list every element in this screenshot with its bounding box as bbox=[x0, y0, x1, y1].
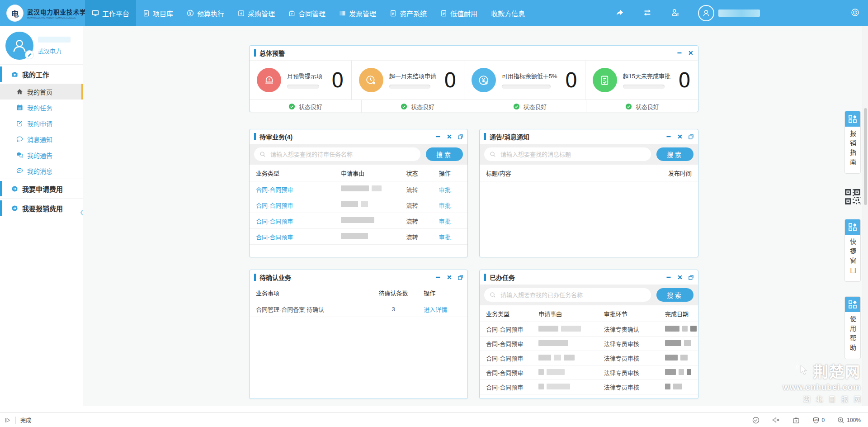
approve-link[interactable]: 审批 bbox=[433, 185, 467, 194]
sidebar-item-my-home[interactable]: 我的首页 bbox=[0, 84, 83, 100]
table-row: 合同-合同预审流转审批 bbox=[250, 213, 467, 229]
alert-card-label: 月预警提示项 bbox=[287, 71, 324, 80]
approval-step-cell: 法律专员审核 bbox=[598, 339, 659, 348]
approve-link[interactable]: 审批 bbox=[433, 217, 467, 225]
column-header: 状态 bbox=[400, 169, 433, 177]
popout-icon[interactable] bbox=[458, 275, 463, 280]
edit-avatar-icon[interactable] bbox=[25, 50, 34, 59]
popout-icon[interactable] bbox=[689, 275, 693, 280]
minimize-icon[interactable] bbox=[666, 134, 671, 139]
edit-icon bbox=[16, 120, 23, 127]
sidebar-item-message-notify[interactable]: 消息通知 bbox=[0, 131, 83, 147]
table-row: 合同-合同预审法律专责确认 bbox=[480, 322, 698, 337]
close-icon[interactable] bbox=[677, 275, 683, 280]
nav-item-payee-info[interactable]: 收款方信息 bbox=[484, 0, 532, 26]
popout-icon[interactable] bbox=[689, 134, 693, 139]
minimize-icon[interactable] bbox=[435, 134, 441, 139]
search-icon bbox=[259, 151, 266, 157]
finish-date-cell bbox=[659, 326, 698, 333]
approval-step-cell: 法律专员审核 bbox=[598, 354, 659, 362]
panel-title: 待确认业务 bbox=[259, 273, 291, 282]
search-input-field[interactable] bbox=[269, 151, 415, 158]
detail-link[interactable]: 进入详情 bbox=[417, 305, 467, 313]
rail-button-reimburse-guide[interactable]: 报销指南 bbox=[844, 111, 861, 174]
approve-link[interactable]: 审批 bbox=[433, 201, 467, 209]
sidebar-item-my-work[interactable]: 我的工作 bbox=[0, 64, 83, 84]
sidebar-item-my-tasks[interactable]: 我的任务 bbox=[0, 100, 83, 115]
siren-icon bbox=[257, 68, 281, 92]
sidebar-collapse-handle[interactable]: ❮ bbox=[80, 209, 84, 215]
nav-item-workbench[interactable]: 工作平台 bbox=[85, 0, 136, 26]
grid-diamond-icon bbox=[845, 219, 860, 235]
power-icon[interactable] bbox=[850, 8, 860, 19]
business-type-link[interactable]: 合同-合同预审 bbox=[250, 185, 335, 194]
apply-reason-cell bbox=[335, 185, 400, 193]
alert-status-cell: 状态良好 bbox=[474, 100, 586, 113]
nav-item-procurement[interactable]: 采购管理 bbox=[231, 0, 282, 26]
search-input[interactable] bbox=[254, 147, 420, 161]
rail-button-quick-window[interactable]: 快捷窗口 bbox=[844, 219, 861, 282]
scrollbar-thumb[interactable] bbox=[864, 108, 867, 205]
camera-icon bbox=[11, 71, 18, 78]
minimize-icon[interactable] bbox=[677, 50, 682, 56]
close-icon[interactable] bbox=[447, 134, 452, 139]
sidebar-item-apply-expense[interactable]: 我要申请费用 bbox=[0, 179, 83, 198]
redacted-text bbox=[341, 201, 368, 207]
nav-item-assets[interactable]: 资产系统 bbox=[383, 0, 434, 26]
apply-reason-cell bbox=[532, 326, 598, 333]
close-icon[interactable] bbox=[688, 50, 693, 56]
mute-icon[interactable] bbox=[772, 417, 780, 423]
close-icon[interactable] bbox=[677, 134, 683, 139]
alert-card-value: 0 bbox=[678, 69, 691, 92]
transfer-icon[interactable] bbox=[642, 8, 652, 19]
alert-card: 超一月未结项申请0 bbox=[352, 61, 464, 100]
user-menu[interactable] bbox=[698, 5, 760, 21]
business-type-link[interactable]: 合同-合同预审 bbox=[250, 217, 335, 225]
nav-item-contracts[interactable]: 合同管理 bbox=[282, 0, 332, 26]
panel-header: 通告/消息通知 bbox=[480, 129, 698, 144]
search-input[interactable] bbox=[484, 147, 651, 161]
share-icon[interactable] bbox=[615, 8, 624, 19]
popout-icon[interactable] bbox=[458, 134, 463, 139]
sidebar-item-my-notices[interactable]: 我的通告 bbox=[0, 147, 83, 163]
search-button[interactable]: 搜索 bbox=[426, 147, 463, 161]
search-input[interactable] bbox=[484, 288, 651, 302]
close-icon[interactable] bbox=[447, 275, 452, 280]
arrow-circle-icon bbox=[11, 205, 18, 212]
search-button[interactable]: 搜索 bbox=[656, 288, 693, 302]
alert-card: 月预警提示项0 bbox=[250, 61, 352, 100]
nav-item-durables[interactable]: 低值耐用 bbox=[434, 0, 484, 26]
rail-button-help[interactable]: 使用帮助 bbox=[844, 296, 861, 359]
sidebar-item-my-applications[interactable]: 我的申请 bbox=[0, 115, 83, 131]
sidebar-item-my-messages[interactable]: 我的消息 bbox=[0, 163, 83, 179]
nav-item-label: 收款方信息 bbox=[491, 9, 525, 18]
finish-date-cell bbox=[659, 384, 698, 391]
search-input-field[interactable] bbox=[500, 291, 646, 299]
contact-card-icon[interactable] bbox=[670, 8, 680, 19]
chats-icon bbox=[16, 152, 23, 158]
approve-link[interactable]: 审批 bbox=[433, 232, 467, 241]
zoom-control[interactable]: 100% bbox=[837, 417, 861, 424]
search-icon bbox=[490, 151, 496, 157]
shield-check-icon[interactable] bbox=[752, 417, 760, 424]
panel-title: 待审业务(4) bbox=[259, 132, 292, 141]
business-type-link[interactable]: 合同-合同预审 bbox=[250, 201, 335, 209]
vertical-scrollbar[interactable] bbox=[863, 26, 868, 406]
table-row: 合同-合同预审流转审批 bbox=[250, 197, 467, 213]
box-plus-icon[interactable] bbox=[793, 417, 800, 424]
nav-item-budget[interactable]: 预算执行 bbox=[180, 0, 231, 26]
sidebar-item-reimburse-expense[interactable]: 我要报销费用 bbox=[0, 198, 83, 218]
search-input-field[interactable] bbox=[500, 151, 646, 158]
business-type-link[interactable]: 合同-合同预审 bbox=[250, 232, 335, 241]
qr-code-icon[interactable] bbox=[844, 188, 861, 205]
ad-block-status[interactable]: AD 0 bbox=[812, 417, 825, 424]
minimize-icon[interactable] bbox=[666, 275, 671, 280]
search-button[interactable]: 搜索 bbox=[656, 147, 693, 161]
avatar[interactable] bbox=[5, 32, 33, 60]
alert-card-info: 超15天未完成审批 bbox=[623, 71, 670, 89]
panel-confirm-tasks: 待确认业务 业务事项待确认条数操作合同管理-合同备案 待确认3进入详情 bbox=[249, 270, 468, 399]
minimize-icon[interactable] bbox=[435, 275, 441, 280]
nav-item-invoices[interactable]: 发票管理 bbox=[332, 0, 383, 26]
college-emblem-icon: 电 bbox=[6, 5, 24, 22]
nav-item-projects[interactable]: 项目库 bbox=[136, 0, 180, 26]
